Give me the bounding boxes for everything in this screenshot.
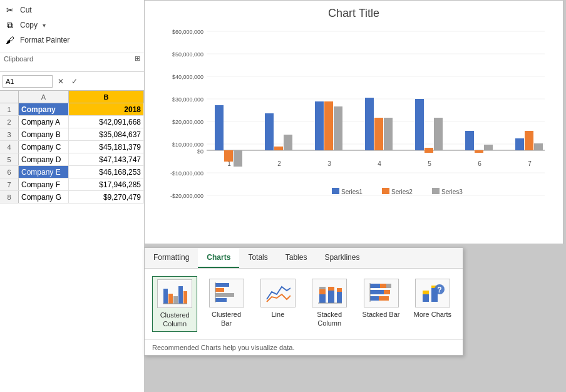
svg-rect-30 <box>284 135 292 150</box>
format-painter-button[interactable]: 🖌 Format Painter <box>0 33 144 48</box>
tab-tables[interactable]: Tables <box>277 248 316 268</box>
cancel-formula-button[interactable]: ✕ <box>55 76 66 87</box>
svg-text:2: 2 <box>277 160 281 167</box>
header-row: 1 Company 2018 <box>0 103 144 116</box>
chart-option-more-charts[interactable]: ? More Charts <box>410 276 455 321</box>
company-cell[interactable]: Company C <box>19 141 69 153</box>
tab-formatting[interactable]: Formatting <box>145 248 198 268</box>
chart-title: Chart Title <box>151 7 557 20</box>
copy-button[interactable]: ⧉ Copy ▾ <box>0 18 144 33</box>
chart-option-clustered-column[interactable]: Clustered Column <box>152 276 197 332</box>
svg-rect-76 <box>370 296 379 301</box>
data-rows-container: 2 Company A $42,091,668 3 Company B $35,… <box>0 116 144 204</box>
value-cell[interactable]: $35,084,637 <box>69 128 144 140</box>
svg-rect-28 <box>265 113 274 150</box>
svg-rect-40 <box>465 131 474 150</box>
chart-option-stacked-bar[interactable]: Stacked Bar <box>358 276 403 321</box>
svg-text:$0: $0 <box>197 148 203 155</box>
row-num-cell: 4 <box>0 141 19 153</box>
company-cell[interactable]: Company G <box>19 191 69 203</box>
company-cell[interactable]: Company D <box>19 153 69 165</box>
chart-option-stacked-column[interactable]: Stacked Column <box>307 276 352 331</box>
svg-rect-36 <box>384 118 393 150</box>
row-num-cell: 2 <box>0 116 19 128</box>
clustered-column-icon <box>162 282 187 305</box>
tab-totals[interactable]: Totals <box>239 248 276 268</box>
svg-rect-41 <box>475 150 483 153</box>
clipboard-expand-icon[interactable]: ⊞ <box>135 54 140 63</box>
value-cell[interactable]: $17,946,285 <box>69 178 144 190</box>
spreadsheet: 1 Company 2018 2 Company A $42,091,668 3… <box>0 103 144 392</box>
svg-rect-43 <box>515 138 524 150</box>
clustered-column-label: Clustered Column <box>155 311 194 329</box>
confirm-formula-button[interactable]: ✓ <box>69 76 80 87</box>
svg-rect-37 <box>415 99 424 150</box>
ribbon: ✂ Cut ⧉ Copy ▾ 🖌 Format Painter Clipboar… <box>0 0 144 72</box>
name-box[interactable] <box>3 75 53 88</box>
col-header-b[interactable]: B <box>69 91 144 103</box>
svg-rect-45 <box>534 143 543 150</box>
svg-rect-50 <box>432 188 440 194</box>
svg-text:Series2: Series2 <box>391 188 413 195</box>
company-cell[interactable]: Company A <box>19 116 69 128</box>
stacked-bar-icon-box <box>364 279 399 307</box>
stacked-bar-icon <box>369 282 394 304</box>
clustered-column-icon-box <box>157 279 192 308</box>
qa-footer-text: Recommended Charts help you visualize da… <box>152 344 294 351</box>
svg-rect-44 <box>525 131 533 150</box>
clustered-bar-label: Clustered Bar <box>206 310 246 328</box>
value-cell[interactable]: $45,181,379 <box>69 141 144 153</box>
svg-rect-27 <box>234 150 242 167</box>
column-headers: A B <box>0 91 144 103</box>
svg-rect-68 <box>337 292 342 303</box>
svg-rect-55 <box>178 286 183 304</box>
stacked-bar-label: Stacked Bar <box>363 310 400 319</box>
svg-rect-53 <box>168 294 173 304</box>
value-cell[interactable]: $46,168,253 <box>69 166 144 178</box>
chart-option-line[interactable]: Line <box>255 276 301 321</box>
svg-rect-54 <box>173 296 178 304</box>
line-icon <box>265 282 291 304</box>
value-cell[interactable]: $9,270,479 <box>69 191 144 203</box>
svg-text:$40,000,000: $40,000,000 <box>172 74 203 80</box>
svg-text:7: 7 <box>528 160 532 167</box>
clipboard-label: Clipboard <box>4 55 33 63</box>
tab-sparklines[interactable]: Sparklines <box>316 248 368 268</box>
svg-rect-52 <box>163 289 168 304</box>
svg-rect-38 <box>424 148 433 153</box>
tab-charts[interactable]: Charts <box>198 248 239 268</box>
header-company-cell[interactable]: Company <box>19 103 69 115</box>
more-charts-icon-box: ? <box>415 279 450 307</box>
svg-rect-72 <box>380 284 386 288</box>
copy-label: Copy <box>20 21 38 29</box>
row-num-cell: 3 <box>0 128 19 140</box>
stacked-column-icon-box <box>312 279 347 307</box>
table-row: 4 Company C $45,181,379 <box>0 141 144 153</box>
table-row: 3 Company B $35,084,637 <box>0 128 144 141</box>
svg-rect-39 <box>434 118 443 150</box>
company-cell[interactable]: Company F <box>19 178 69 190</box>
chart-option-clustered-bar[interactable]: Clustered Bar <box>203 276 249 331</box>
col-header-a[interactable]: A <box>19 91 69 103</box>
svg-rect-71 <box>370 284 380 288</box>
svg-text:$10,000,000: $10,000,000 <box>172 142 203 148</box>
table-row: 6 Company E $46,168,253 <box>0 166 144 178</box>
svg-rect-61 <box>215 298 227 302</box>
line-label: Line <box>271 310 284 319</box>
svg-text:$50,000,000: $50,000,000 <box>172 51 203 58</box>
clustered-bar-icon-box <box>209 279 244 307</box>
svg-rect-63 <box>319 294 326 303</box>
value-cell[interactable]: $42,091,668 <box>69 116 144 128</box>
company-cell[interactable]: Company B <box>19 128 69 140</box>
cut-button[interactable]: ✂ Cut <box>0 3 144 18</box>
svg-rect-26 <box>224 150 233 162</box>
header-value-cell[interactable]: 2018 <box>69 103 144 115</box>
svg-rect-59 <box>215 288 224 292</box>
value-cell[interactable]: $47,143,747 <box>69 153 144 165</box>
svg-rect-48 <box>382 188 389 194</box>
svg-rect-75 <box>384 290 390 294</box>
svg-rect-66 <box>328 291 334 303</box>
svg-rect-69 <box>337 288 342 292</box>
company-cell[interactable]: Company E <box>19 166 69 178</box>
table-row: 7 Company F $17,946,285 <box>0 178 144 191</box>
